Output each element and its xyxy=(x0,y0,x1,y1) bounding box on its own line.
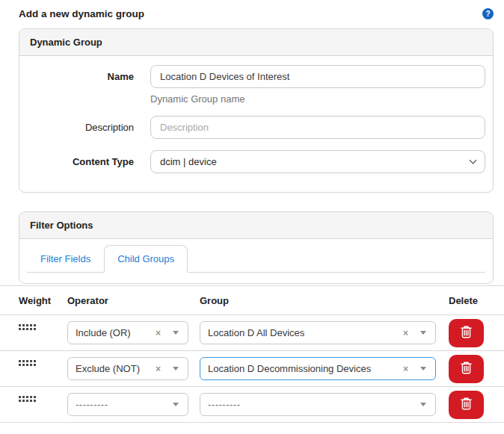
filter-options-tabs-area: Filter Fields Child Groups xyxy=(19,239,493,283)
trash-icon xyxy=(461,397,472,412)
tab-child-groups[interactable]: Child Groups xyxy=(104,245,188,273)
dropdown-caret-icon xyxy=(173,403,179,406)
trash-icon xyxy=(461,326,472,341)
help-icon[interactable]: ? xyxy=(482,8,494,19)
name-field-row: Name Dynamic Group name xyxy=(19,65,485,105)
dropdown-caret-icon xyxy=(173,331,179,335)
tab-bar: Filter Fields Child Groups xyxy=(27,245,485,273)
group-select[interactable]: Location D Decommissioning Devices × xyxy=(200,357,436,380)
description-input[interactable] xyxy=(150,116,485,139)
dynamic-group-panel-body: Name Dynamic Group name Description Cont… xyxy=(19,56,493,192)
operator-cell: Include (OR) × xyxy=(67,321,200,344)
delete-cell xyxy=(449,319,503,347)
weight-cell xyxy=(19,387,67,398)
name-input[interactable] xyxy=(150,65,485,88)
group-select[interactable]: --------- xyxy=(200,393,436,416)
dynamic-group-panel-title: Dynamic Group xyxy=(19,29,493,56)
operator-select[interactable]: Include (OR) × xyxy=(67,321,188,344)
delete-row-button[interactable] xyxy=(449,355,484,383)
column-header-operator: Operator xyxy=(67,295,200,306)
weight-cell xyxy=(19,315,67,326)
delete-row-button[interactable] xyxy=(449,319,484,347)
name-label: Name xyxy=(19,65,150,82)
filter-options-panel-title: Filter Options xyxy=(19,212,493,239)
clear-icon[interactable]: × xyxy=(403,329,408,338)
name-control: Dynamic Group name xyxy=(150,65,485,105)
clear-icon[interactable]: × xyxy=(156,365,161,373)
dropdown-caret-icon xyxy=(420,367,426,371)
drag-handle-icon[interactable] xyxy=(19,360,21,362)
group-select[interactable]: Location D All Devices × xyxy=(200,321,436,344)
description-label: Description xyxy=(19,116,150,133)
child-group-row: --------- --------- xyxy=(0,387,504,423)
content-type-label: Content Type xyxy=(19,150,150,167)
operator-cell: Exclude (NOT) × xyxy=(67,357,200,380)
dropdown-caret-icon xyxy=(420,331,426,335)
filter-options-panel: Filter Options Filter Fields Child Group… xyxy=(19,211,494,284)
drag-handle-icon[interactable] xyxy=(19,324,21,326)
clear-icon[interactable]: × xyxy=(403,365,408,373)
content-type-field-row: Content Type dcim | device xyxy=(19,150,485,173)
delete-cell xyxy=(449,355,503,383)
group-cell: --------- xyxy=(200,393,449,416)
operator-select[interactable]: --------- xyxy=(67,393,188,416)
description-control xyxy=(150,116,485,139)
child-group-row: Include (OR) × Location D All Devices × xyxy=(0,315,504,351)
column-header-delete: Delete xyxy=(449,295,503,306)
dynamic-group-panel: Dynamic Group Name Dynamic Group name De… xyxy=(19,28,494,193)
delete-cell xyxy=(449,391,503,419)
operator-cell: --------- xyxy=(67,393,200,416)
group-cell: Location D All Devices × xyxy=(200,321,449,344)
tab-filter-fields[interactable]: Filter Fields xyxy=(27,245,104,273)
trash-icon xyxy=(461,362,472,376)
column-header-weight: Weight xyxy=(19,295,67,306)
weight-cell xyxy=(19,351,67,362)
operator-select[interactable]: Exclude (NOT) × xyxy=(67,357,188,380)
page-header: Add a new dynamic group ? xyxy=(0,0,504,28)
dropdown-caret-icon xyxy=(173,367,179,371)
child-groups-table: Weight Operator Group Delete Include (OR… xyxy=(0,285,504,423)
content-type-control: dcim | device xyxy=(150,150,485,173)
delete-row-button[interactable] xyxy=(449,391,484,419)
clear-icon[interactable]: × xyxy=(156,329,161,338)
drag-handle-icon[interactable] xyxy=(19,396,21,398)
column-header-group: Group xyxy=(200,295,449,306)
name-help-text: Dynamic Group name xyxy=(150,93,485,105)
dropdown-caret-icon xyxy=(420,403,426,406)
content-type-select[interactable]: dcim | device xyxy=(150,150,485,173)
child-group-row: Exclude (NOT) × Location D Decommissioni… xyxy=(0,351,504,387)
child-groups-table-header: Weight Operator Group Delete xyxy=(0,286,504,315)
page-title: Add a new dynamic group xyxy=(19,8,144,19)
description-field-row: Description xyxy=(19,116,485,139)
group-cell: Location D Decommissioning Devices × xyxy=(200,357,449,380)
